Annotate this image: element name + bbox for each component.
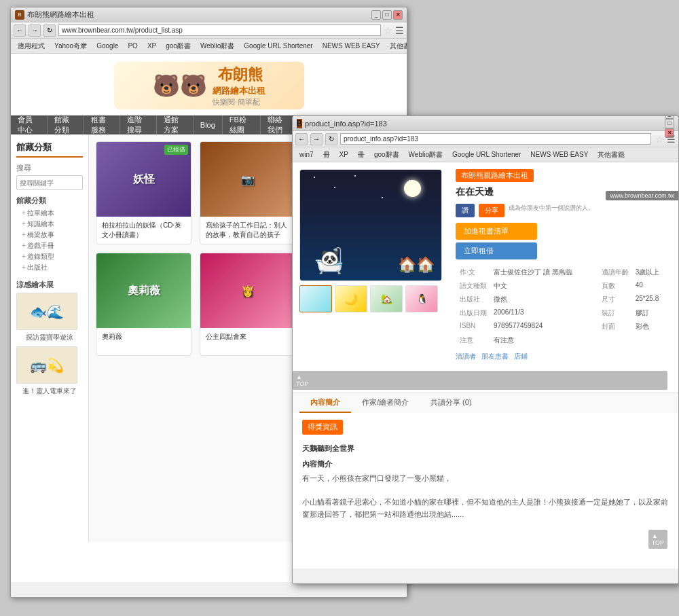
social-link-friends[interactable]: 朋友患書 [481,352,509,361]
bookmark-apps[interactable]: 應用程式 [15,40,48,52]
meta-label-notes: 注意 [457,334,490,346]
bookmark-news[interactable]: NEWS WEB EASY [320,41,383,51]
meta-value-size: 25*25.8 [633,293,670,306]
product-title-4: 奧莉薇 [102,332,185,351]
sidebar-theme-title: 涼感繪本展 [16,280,83,290]
site-logo[interactable]: 🐻🐻 布朗熊 網路繪本出租 快樂閱‧簡單配 [114,62,304,109]
forward-button[interactable]: → [29,24,41,37]
product-info-5: 公主四點會來 [200,328,295,355]
bookmark-xp[interactable]: XP [145,41,159,51]
secondary-bm-news[interactable]: NEWS WEB EASY [528,149,591,160]
nav-rental-service[interactable]: 租書服務 [84,115,121,134]
bookmark-goo[interactable]: goo辭書 [163,40,194,52]
product-card-4[interactable]: 奧莉薇 奧莉薇 [96,253,191,356]
book-detail-body: 得獎資訊 天鵝聽到全世界 內容簡介 有一天，小熊孩在家門口發現了一隻小黑貓，小山… [293,413,678,527]
tab-author-intro[interactable]: 作家/繪者簡介 [351,393,420,413]
secondary-address-bar[interactable] [340,133,651,145]
nav-advanced-search[interactable]: 進階搜尋 [120,115,157,134]
secondary-bm-ce[interactable]: 冊 [320,149,333,161]
book-thumb-1[interactable] [299,285,332,312]
main-browser-titlebar: B 布朗熊網路繪本出租 _ □ ✕ [11,7,407,22]
book-thumb-3[interactable]: 🏡 [370,285,403,312]
sidebar-item-knowledge[interactable]: 知識繪本 [16,219,83,230]
top-button-2[interactable]: ▲TOP [648,530,667,549]
reload-button[interactable]: ↻ [43,24,56,37]
secondary-bm-goo[interactable]: goo辭書 [371,149,402,161]
bookmark-po[interactable]: PO [125,41,140,51]
star-dot-4 [382,197,383,198]
main-browser-toolbar: ← → ↻ ☆ ☰ [11,22,407,39]
secondary-bm-win7[interactable]: win7 [297,149,316,160]
sidebar-item-pullbook[interactable]: 拉單繪本 [16,208,83,219]
address-bar[interactable] [58,24,381,36]
book-store-badge: 布朗熊親路繪本出租 [456,169,534,182]
secondary-minimize-button[interactable]: _ [665,115,674,119]
book-main-image[interactable]: 🏠🏠 🛁 🐼 [299,169,442,281]
secondary-menu-icon[interactable]: ☰ [667,134,676,145]
meta-value-cover: 彩色 [633,321,670,333]
social-link-reader[interactable]: 清讀者 [456,352,476,361]
book-thumb-2[interactable]: 🌙 [335,285,367,312]
back-button[interactable]: ← [14,24,26,37]
site-header: 🐻🐻 布朗熊 網路繪本出租 快樂閱‧簡單配 [11,54,407,115]
meta-value-publisher: 微然 [491,293,598,306]
product-card-2[interactable]: 📷 寫給孩子的工作日記：別人的故事，教育自己的孩子 [200,141,295,244]
meta-row-notes: 注意 有注意 [457,334,670,346]
facebook-like-button[interactable]: 讚 [456,204,475,217]
star-dot-5 [409,180,410,181]
logo-sub-text: 網路繪本出租 [213,85,265,97]
sidebar-item-publisher[interactable]: 出版社 [16,262,83,273]
menu-icon[interactable]: ☰ [395,25,404,36]
bookmark-weblio[interactable]: Weblio辭書 [198,40,237,52]
product-card-1[interactable]: 妖怪 已租借 柏拉柏拉山的妖怪（CD‧英文小冊讀書） [96,141,191,244]
social-link-shop[interactable]: 店鋪 [514,352,528,361]
sidebar-item-gamebook[interactable]: 遊戲手冊 [16,240,83,251]
logo-main-text: 布朗熊 [218,65,265,85]
secondary-bookmark-star-icon[interactable]: ☆ [655,134,664,145]
bookmark-other[interactable]: 其他書籤 [387,40,407,52]
secondary-bm-xp[interactable]: XP [337,149,351,160]
tab-content-intro[interactable]: 內容簡介 [299,393,351,413]
sidebar-thumb-2[interactable]: 🚌💫 [16,346,77,384]
close-button[interactable]: ✕ [393,10,403,20]
bookmark-google-url[interactable]: Google URL Shortener [241,41,315,51]
secondary-reload-button[interactable]: ↻ [325,133,337,145]
site-logo-area: 🐻🐻 布朗熊 網路繪本出租 快樂閱‧簡單配 [24,59,393,112]
nav-member-center[interactable]: 會員中心 [11,115,48,134]
secondary-maximize-button[interactable]: □ [665,119,674,128]
nav-collection[interactable]: 館藏分類 [48,115,84,134]
meta-value-lang: 中文 [491,280,598,292]
nav-blog[interactable]: Blog [194,115,223,134]
bookmark-star-icon[interactable]: ☆ [384,25,392,36]
secondary-bm-ce2[interactable]: 冊 [355,149,367,161]
maximize-button[interactable]: □ [382,10,392,20]
meta-label-author: 作‧文 [457,266,490,278]
secondary-back-button[interactable]: ← [295,133,308,145]
secondary-forward-button[interactable]: → [310,133,323,145]
nav-fb[interactable]: FB粉絲團 [223,115,261,134]
sidebar-thumb-1[interactable]: 🐟🌊 [16,293,77,330]
sidebar-search-input[interactable] [16,175,83,190]
secondary-bm-googleurl[interactable]: Google URL Shortener [449,149,524,160]
rent-now-button[interactable]: 立即租借 [456,242,537,259]
product-title-1: 柏拉柏拉山的妖怪（CD‧英文小冊讀書） [102,221,185,240]
minimize-button[interactable]: _ [371,10,381,20]
add-to-rental-list-button[interactable]: 加進租書清單 [456,223,537,240]
sidebar-item-bridge[interactable]: 橋梁故事 [16,230,83,240]
meta-row-lang: 語文種類 中文 頁數 40 [457,280,670,292]
secondary-bm-weblio[interactable]: Weblio辭書 [406,149,445,161]
bookmark-google[interactable]: Google [94,41,121,51]
nav-plan[interactable]: 通館方案 [157,115,194,134]
meta-label-date: 出版日期 [457,307,490,319]
product-card-5[interactable]: 👸 公主四點會來 [200,253,295,356]
book-thumb-4[interactable]: 🐧 [405,285,438,312]
top-button-1[interactable]: ▲TOP [293,371,667,390]
tab-shared-reading[interactable]: 共讀分享 (0) [420,393,483,413]
secondary-bm-other[interactable]: 其他書籤 [595,149,627,161]
main-browser-title: 布朗熊網路繪本出租 [27,10,371,20]
bookmark-yahoo[interactable]: Yahoo奇摩 [52,40,90,52]
sidebar-item-gametype[interactable]: 遊錄類型 [16,251,83,262]
meta-value-date: 2006/11/3 [491,307,598,319]
share-button[interactable]: 分享 [479,204,504,217]
social-count-text: 成為你朋友中第一個說讚的人。 [509,204,594,217]
